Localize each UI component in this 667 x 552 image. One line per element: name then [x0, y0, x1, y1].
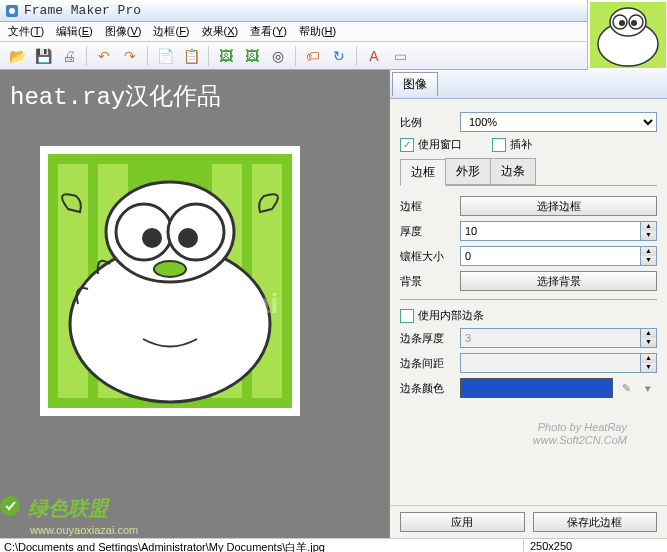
- image-icon[interactable]: 🖼: [215, 45, 237, 67]
- color-dropdown-icon[interactable]: ▾: [639, 379, 657, 397]
- preview-thumbnail: [587, 0, 667, 70]
- svg-point-1: [9, 8, 15, 14]
- canvas[interactable]: heat.ray汉化作品 ouyaoxiazai: [0, 70, 389, 538]
- status-path: C:\Documents and Settings\Administrator\…: [4, 540, 523, 552]
- main-area: heat.ray汉化作品 ouyaoxiazai: [0, 70, 667, 538]
- label-strip-color: 边条颜色: [400, 381, 460, 396]
- label-bg: 背景: [400, 274, 460, 289]
- undo-icon[interactable]: ↶: [93, 45, 115, 67]
- svg-point-8: [631, 20, 637, 26]
- svg-point-20: [154, 261, 186, 277]
- up-arrow-icon[interactable]: ▲: [641, 222, 656, 231]
- strip-gap-spinner[interactable]: ▲▼: [460, 353, 657, 373]
- checkbox-inner-strip[interactable]: ✓: [400, 309, 414, 323]
- down-arrow-icon[interactable]: ▼: [641, 363, 656, 372]
- menu-t[interactable]: 文件(T): [2, 22, 50, 41]
- eyedropper-icon[interactable]: ✎: [617, 379, 635, 397]
- redo-icon[interactable]: ↷: [119, 45, 141, 67]
- menu-e[interactable]: 编辑(E): [50, 22, 99, 41]
- select-frame-button[interactable]: 选择边框: [460, 196, 657, 216]
- refresh-icon[interactable]: ↻: [328, 45, 350, 67]
- union-url: www.ouyaoxiazai.com: [30, 524, 138, 536]
- down-arrow-icon[interactable]: ▼: [641, 231, 656, 240]
- label-interp: 插补: [510, 137, 532, 152]
- checkbox-interp[interactable]: ✓: [492, 138, 506, 152]
- svg-point-21: [0, 496, 20, 516]
- subtab-shape[interactable]: 外形: [445, 158, 491, 185]
- label-strip-gap: 边条间距: [400, 356, 460, 371]
- menu-v[interactable]: 图像(V): [99, 22, 148, 41]
- label-strip-thickness: 边条厚度: [400, 331, 460, 346]
- open-icon[interactable]: 📂: [6, 45, 28, 67]
- menu-y[interactable]: 查看(Y): [244, 22, 293, 41]
- strip-thickness-input: [460, 328, 641, 348]
- union-text: 绿色联盟: [28, 495, 108, 522]
- paste-icon[interactable]: 📋: [180, 45, 202, 67]
- ratio-select[interactable]: 100%: [460, 112, 657, 132]
- copy-icon[interactable]: 📄: [154, 45, 176, 67]
- app-icon: [4, 3, 20, 19]
- label-frame: 边框: [400, 199, 460, 214]
- separator: [295, 46, 296, 66]
- side-panel: 图像 比例 100% ✓ 使用窗口 ✓ 插补 边框 外形 边条 边框 选择边框: [389, 70, 667, 538]
- panel-tab-image[interactable]: 图像: [392, 72, 438, 96]
- separator: [208, 46, 209, 66]
- menu-h[interactable]: 帮助(H): [293, 22, 342, 41]
- print-icon[interactable]: 🖨: [58, 45, 80, 67]
- titlebar: Frame Maker Pro: [0, 0, 667, 22]
- label-ratio: 比例: [400, 115, 460, 130]
- save-frame-button[interactable]: 保存此边框: [533, 512, 658, 532]
- bevel-input[interactable]: [460, 246, 641, 266]
- label-use-window: 使用窗口: [418, 137, 462, 152]
- union-logo-icon: [0, 492, 24, 520]
- frame-icon[interactable]: ▭: [389, 45, 411, 67]
- separator: [147, 46, 148, 66]
- image-preview[interactable]: [40, 146, 300, 416]
- app-title: Frame Maker Pro: [24, 3, 141, 18]
- status-dimensions: 250x250: [523, 540, 663, 552]
- tag-icon[interactable]: 🏷: [302, 45, 324, 67]
- target-icon[interactable]: ◎: [267, 45, 289, 67]
- strip-color-swatch[interactable]: [460, 378, 613, 398]
- up-arrow-icon[interactable]: ▲: [641, 354, 656, 363]
- divider: [400, 299, 657, 300]
- svg-point-19: [178, 228, 198, 248]
- subtab-bar: 边框 外形 边条: [400, 158, 657, 186]
- label-inner-strip: 使用内部边条: [418, 308, 484, 323]
- strip-gap-input: [460, 353, 641, 373]
- svg-point-7: [619, 20, 625, 26]
- statusbar: C:\Documents and Settings\Administrator\…: [0, 538, 667, 552]
- up-arrow-icon[interactable]: ▲: [641, 247, 656, 256]
- toolbar: 📂💾🖨↶↷📄📋🖼🖼◎🏷↻A▭: [0, 42, 667, 70]
- strip-thickness-spinner[interactable]: ▲▼: [460, 328, 657, 348]
- separator: [356, 46, 357, 66]
- svg-point-18: [142, 228, 162, 248]
- menu-x[interactable]: 效果(X): [196, 22, 245, 41]
- panel-footer: 应用 保存此边框: [390, 505, 667, 538]
- label-bevel: 镶框大小: [400, 249, 460, 264]
- image2-icon[interactable]: 🖼: [241, 45, 263, 67]
- save-icon[interactable]: 💾: [32, 45, 54, 67]
- menubar: 文件(T)编辑(E)图像(V)边框(F)效果(X)查看(Y)帮助(H): [0, 22, 667, 42]
- separator: [86, 46, 87, 66]
- thickness-input[interactable]: [460, 221, 641, 241]
- thickness-spinner[interactable]: ▲▼: [460, 221, 657, 241]
- select-bg-button[interactable]: 选择背景: [460, 271, 657, 291]
- down-arrow-icon[interactable]: ▼: [641, 338, 656, 347]
- bevel-spinner[interactable]: ▲▼: [460, 246, 657, 266]
- text-icon[interactable]: A: [363, 45, 385, 67]
- subtab-strip[interactable]: 边条: [490, 158, 536, 185]
- up-arrow-icon[interactable]: ▲: [641, 329, 656, 338]
- menu-f[interactable]: 边框(F): [147, 22, 195, 41]
- panel-header: 图像: [390, 70, 667, 99]
- apply-button[interactable]: 应用: [400, 512, 525, 532]
- label-thickness: 厚度: [400, 224, 460, 239]
- down-arrow-icon[interactable]: ▼: [641, 256, 656, 265]
- canvas-overlay-title: heat.ray汉化作品: [10, 80, 221, 112]
- checkbox-use-window[interactable]: ✓: [400, 138, 414, 152]
- subtab-frame[interactable]: 边框: [400, 159, 446, 186]
